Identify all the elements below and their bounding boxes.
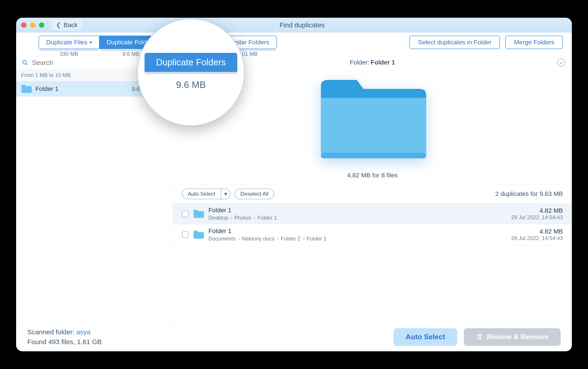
duplicate-name: Folder 1 <box>208 207 507 214</box>
review-and-remove-button[interactable]: Review & Remove <box>464 328 561 346</box>
duplicate-path: Documents› Nektony docs› Folder 2› Folde… <box>208 236 507 242</box>
chevron-down-icon: ▾ <box>224 191 227 197</box>
chevron-left-icon: ❮ <box>56 21 61 29</box>
deselect-all-button[interactable]: Deselect All <box>235 189 274 199</box>
auto-select-dropdown-button[interactable]: ▾ <box>221 189 231 199</box>
magnified-size-bar <box>145 72 237 74</box>
magnified-size-label: 9.6 MB <box>138 80 244 90</box>
folder-icon <box>193 209 204 218</box>
duplicate-meta: 4.82 MB 29 Jul 2022, 14:54:43 <box>511 228 563 241</box>
duplicate-body: Folder 1 Documents› Nektony docs› Folder… <box>208 227 507 242</box>
preview-summary: 4.82 MB for 8 files <box>347 172 398 179</box>
duplicate-meta: 4.82 MB 29 Jul 2022, 14:54:43 <box>511 207 563 221</box>
magnifier-overlay: Duplicate Folders 9.6 MB <box>137 19 245 126</box>
merge-folders-button[interactable]: Merge Folders <box>505 36 563 49</box>
close-window-button[interactable] <box>21 22 26 28</box>
sidebar-item-name: Folder 1 <box>35 85 128 92</box>
svg-line-1 <box>26 64 28 65</box>
duplicate-row[interactable]: Folder 1 Desktop› Photos› Folder 1 4.82 … <box>173 204 572 224</box>
search-icon <box>22 60 28 66</box>
collapse-preview-button[interactable]: « <box>557 58 565 66</box>
duplicate-size: 4.82 MB <box>511 207 563 214</box>
body: From 1 MB to 10 MB Folder 1 9.63 MB 2 Fo… <box>16 56 572 322</box>
duplicate-toolbar: Auto Select ▾ Deselect All 2 duplicates … <box>173 184 572 204</box>
duplicate-date: 29 Jul 2022, 14:54:43 <box>511 214 563 221</box>
category-tabs: Duplicate Files ▾ 330 MB Duplicate Folde… <box>16 32 572 56</box>
duplicate-name: Folder 1 <box>208 227 507 235</box>
back-label: Back <box>64 21 78 29</box>
chevron-down-icon: ▾ <box>90 40 92 45</box>
footer: Scanned folder: asya Found 493 files, 1.… <box>16 322 572 351</box>
footer-info: Scanned folder: asya Found 493 files, 1.… <box>27 327 102 347</box>
back-button[interactable]: ❮ Back <box>52 20 82 31</box>
duplicate-size: 4.82 MB <box>511 228 563 235</box>
tab-size-label: 330 MB <box>39 51 99 57</box>
found-summary: Found 493 files, 1.61 GB <box>27 337 102 347</box>
folder-icon <box>193 230 204 239</box>
auto-select-split-button: Auto Select ▾ <box>182 189 231 199</box>
duplicate-body: Folder 1 Desktop› Photos› Folder 1 <box>208 207 507 221</box>
window-controls <box>21 22 44 28</box>
checkbox[interactable] <box>182 210 189 217</box>
window-title: Find duplicates <box>82 21 522 29</box>
chevron-double-left-icon: « <box>560 60 562 65</box>
auto-select-button[interactable]: Auto Select <box>182 189 221 199</box>
folder-name: Folder 1 <box>371 59 395 66</box>
svg-rect-2 <box>321 153 426 158</box>
toolbar-actions: Select duplicates in Folder Merge Folder… <box>410 36 563 49</box>
duplicate-date: 29 Jul 2022, 14:54:43 <box>511 235 563 241</box>
maximize-window-button[interactable] <box>39 22 44 28</box>
titlebar: ❮ Back Find duplicates <box>16 18 572 32</box>
review-label: Review & Remove <box>487 333 548 341</box>
scanned-folder-link[interactable]: asya <box>76 328 90 336</box>
duplicate-info-label: 2 duplicates for 9.63 MB <box>495 190 563 197</box>
footer-auto-select-button[interactable]: Auto Select <box>393 328 457 346</box>
magnified-tab-label: Duplicate Folders <box>145 53 237 72</box>
duplicate-path: Desktop› Photos› Folder 1 <box>208 215 507 221</box>
folder-icon <box>21 84 32 93</box>
scanned-prefix: Scanned folder: <box>27 328 76 336</box>
checkbox[interactable] <box>182 231 189 238</box>
trash-icon <box>476 333 483 340</box>
app-window: ❮ Back Find duplicates Duplicate Files ▾… <box>16 18 572 351</box>
tab-label: Duplicate Files <box>46 39 87 46</box>
tab-duplicate-files[interactable]: Duplicate Files ▾ 330 MB <box>39 36 99 49</box>
folder-label-prefix: Folder: <box>350 59 369 66</box>
svg-point-0 <box>23 61 26 64</box>
select-duplicates-in-folder-button[interactable]: Select duplicates in Folder <box>410 36 500 49</box>
folder-icon <box>319 73 426 161</box>
duplicate-row[interactable]: Folder 1 Documents› Nektony docs› Folder… <box>173 224 572 245</box>
minimize-window-button[interactable] <box>30 22 35 28</box>
